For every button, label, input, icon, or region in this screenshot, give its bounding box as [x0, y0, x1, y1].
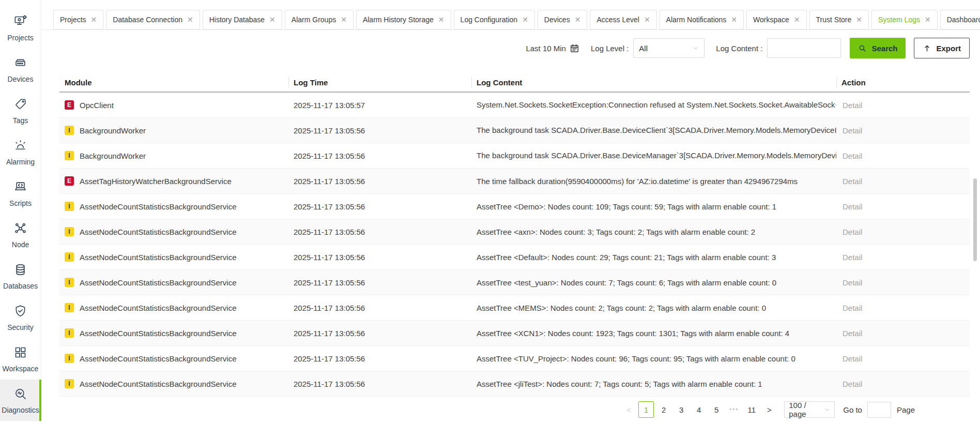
sidebar-item-scripts[interactable]: Scripts — [0, 173, 41, 214]
table-body: E OpcClient 2025-11-17 13:05:57 System.N… — [59, 93, 970, 397]
vertical-scrollbar[interactable] — [973, 178, 977, 261]
page-number-4[interactable]: 4 — [691, 401, 707, 418]
close-icon[interactable]: ✕ — [91, 16, 97, 23]
module-name: AssetNodeCountStatisticsBackgroundServic… — [80, 354, 237, 363]
search-icon — [858, 44, 867, 53]
log-content-cell: AssetTree <MEMS>: Nodes count: 2; Tags c… — [471, 304, 836, 312]
tab-alarm-notifications[interactable]: Alarm Notifications ✕ — [660, 10, 744, 29]
sidebar-item-alarming[interactable]: Alarming — [0, 131, 41, 173]
log-content-cell: AssetTree <jliTest>: Nodes count: 7; Tag… — [471, 380, 836, 388]
tab-projects[interactable]: Projects ✕ — [53, 10, 103, 29]
close-icon[interactable]: ✕ — [522, 16, 528, 23]
module-name: AssetNodeCountStatisticsBackgroundServic… — [80, 304, 237, 312]
script-laptop-icon — [13, 180, 27, 195]
export-button-label: Export — [936, 44, 961, 53]
page-number-11[interactable]: 11 — [744, 401, 759, 418]
action-cell: Detail — [836, 253, 970, 262]
tab-label: Alarm Notifications — [666, 16, 727, 24]
detail-link[interactable]: Detail — [843, 304, 862, 312]
tab-database-connection[interactable]: Database Connection ✕ — [106, 10, 200, 29]
export-button[interactable]: Export — [914, 38, 970, 58]
sidebar-item-workspace[interactable]: Workspace — [0, 338, 41, 380]
sidebar-item-tags[interactable]: Tags — [0, 90, 41, 131]
close-icon[interactable]: ✕ — [575, 16, 581, 23]
module-cell: I AssetNodeCountStatisticsBackgroundServ… — [59, 252, 288, 262]
page-number-1[interactable]: 1 — [638, 401, 654, 418]
sidebar: Projects Devices Tags Alarming Scripts N… — [0, 0, 41, 423]
log-level-select[interactable]: All — [633, 38, 705, 58]
tab-trust-store[interactable]: Trust Store ✕ — [809, 10, 869, 29]
detail-link[interactable]: Detail — [843, 101, 862, 110]
close-icon[interactable]: ✕ — [269, 16, 275, 23]
table-row: E AssetTagHistoryWatcherBackgroundServic… — [59, 169, 970, 194]
module-name: BackgroundWorker — [80, 126, 146, 135]
close-icon[interactable]: ✕ — [856, 16, 862, 23]
system-logs-page: Projects Devices Tags Alarming Scripts N… — [0, 0, 980, 423]
module-cell: I AssetNodeCountStatisticsBackgroundServ… — [59, 303, 288, 312]
log-content-cell: The time fallback duration(9590400000ms)… — [471, 177, 836, 186]
search-button[interactable]: Search — [850, 38, 906, 58]
page-ellipsis[interactable]: ••• — [726, 401, 742, 418]
close-icon[interactable]: ✕ — [644, 16, 650, 23]
tab-access-level[interactable]: Access Level ✕ — [590, 10, 656, 29]
detail-link[interactable]: Detail — [843, 380, 862, 388]
sidebar-item-node[interactable]: Node — [0, 214, 41, 255]
detail-link[interactable]: Detail — [843, 329, 862, 338]
main-area: Projects ✕ Database Connection ✕ History… — [41, 0, 980, 423]
log-time-cell: 2025-11-17 13:05:56 — [288, 177, 471, 186]
close-icon[interactable]: ✕ — [925, 16, 931, 23]
goto-label: Go to — [843, 405, 862, 414]
tab-alarm-history-storage[interactable]: Alarm History Storage ✕ — [356, 10, 451, 29]
log-time-cell: 2025-11-17 13:05:56 — [288, 304, 471, 312]
sidebar-item-projects[interactable]: Projects — [0, 7, 41, 49]
tab-devices[interactable]: Devices ✕ — [538, 10, 588, 29]
detail-link[interactable]: Detail — [843, 278, 862, 287]
tab-alarm-groups[interactable]: Alarm Groups ✕ — [285, 10, 354, 29]
tab-workspace[interactable]: Workspace ✕ — [746, 10, 807, 29]
sidebar-item-label: Tags — [13, 116, 28, 125]
calendar-icon[interactable] — [570, 43, 579, 53]
action-cell: Detail — [836, 304, 970, 312]
projects-icon — [13, 14, 27, 30]
sidebar-item-security[interactable]: Security — [0, 297, 41, 338]
close-icon[interactable]: ✕ — [341, 16, 347, 23]
log-content-input[interactable] — [767, 38, 841, 58]
table-row: I AssetNodeCountStatisticsBackgroundServ… — [59, 219, 970, 245]
close-icon[interactable]: ✕ — [731, 16, 737, 23]
page-number-5[interactable]: 5 — [709, 401, 724, 418]
export-arrow-icon — [923, 44, 931, 53]
previous-page-icon[interactable]: < — [621, 401, 636, 418]
info-badge: I — [65, 328, 74, 338]
log-time-cell: 2025-11-17 13:05:56 — [288, 278, 471, 287]
page-word-label: Page — [897, 405, 915, 414]
goto-page-input[interactable] — [867, 402, 891, 418]
sidebar-item-label: Alarming — [6, 158, 35, 166]
action-cell: Detail — [836, 278, 970, 287]
page-size-select[interactable]: 100 / page — [784, 401, 835, 418]
detail-link[interactable]: Detail — [843, 152, 862, 160]
detail-link[interactable]: Detail — [843, 126, 862, 135]
detail-link[interactable]: Detail — [843, 253, 862, 262]
detail-link[interactable]: Detail — [843, 228, 862, 236]
grid-icon — [13, 345, 27, 361]
detail-link[interactable]: Detail — [843, 354, 862, 363]
detail-link[interactable]: Detail — [843, 177, 862, 186]
close-icon[interactable]: ✕ — [187, 16, 193, 23]
tab-log-configuration[interactable]: Log Configuration ✕ — [454, 10, 535, 29]
sidebar-item-devices[interactable]: Devices — [0, 49, 41, 90]
page-number-3[interactable]: 3 — [673, 401, 689, 418]
sidebar-item-diagnostics[interactable]: Diagnostics — [0, 380, 41, 421]
tab-history-database[interactable]: History Database ✕ — [203, 10, 282, 29]
tab-dashboard[interactable]: Dashboard ✕ — [940, 10, 980, 29]
close-icon[interactable]: ✕ — [794, 16, 800, 23]
module-name: AssetNodeCountStatisticsBackgroundServic… — [80, 202, 237, 211]
sidebar-item-label: Node — [12, 240, 29, 249]
close-icon[interactable]: ✕ — [438, 16, 445, 23]
next-page-icon[interactable]: > — [761, 401, 777, 418]
detail-link[interactable]: Detail — [843, 202, 862, 211]
sidebar-item-databases[interactable]: Databases — [0, 255, 41, 297]
log-content-cell: AssetTree <axn>: Nodes count: 3; Tags co… — [471, 228, 836, 236]
page-number-2[interactable]: 2 — [656, 401, 671, 418]
time-range-picker[interactable]: Last 10 Min — [526, 43, 579, 53]
tab-system-logs[interactable]: System Logs ✕ — [871, 10, 938, 29]
